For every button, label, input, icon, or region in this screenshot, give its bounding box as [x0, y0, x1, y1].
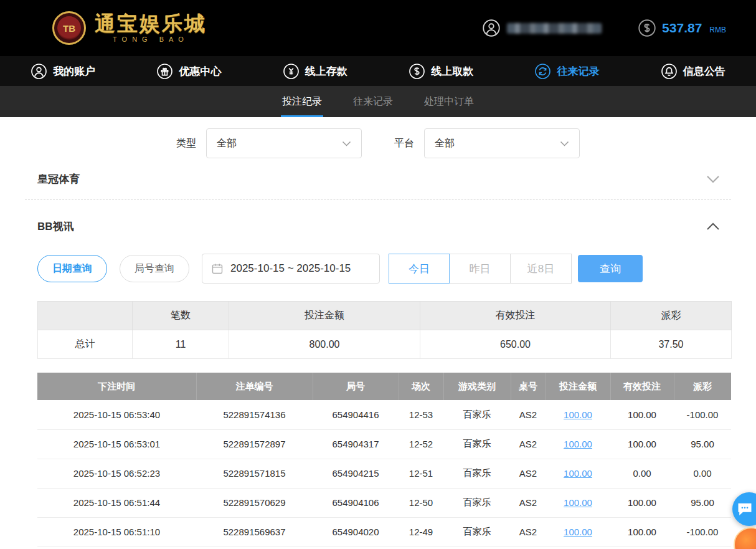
summary-header-valid-bet: 有效投注	[420, 302, 611, 330]
cell-valid-bet: 100.00	[610, 517, 674, 547]
cell-valid-bet: 100.00	[610, 488, 674, 517]
table-row: 2025-10-15 06:52:23 522891571815 6549042…	[37, 459, 731, 488]
type-select-value: 全部	[217, 137, 237, 150]
nav-item-announcements[interactable]: 信息公告	[630, 56, 756, 86]
col-table-no: 桌号	[511, 373, 546, 400]
logo-badge-text: TB	[63, 23, 75, 34]
summary-header-payout: 派彩	[611, 302, 732, 330]
cell-round-id: 654904416	[313, 400, 399, 429]
date-query-button[interactable]: 日期查询	[37, 255, 107, 282]
promo-float-button[interactable]	[734, 527, 756, 549]
cell-order-id: 522891570629	[196, 488, 313, 517]
col-order-id: 注单编号	[196, 373, 313, 400]
cell-table-no: AS2	[511, 488, 546, 517]
search-button[interactable]: 查询	[578, 255, 643, 282]
site-logo[interactable]: TB 通宝娱乐城 TONG BAO	[52, 11, 207, 45]
summary-total-label: 总计	[38, 330, 133, 359]
cell-order-id: 522891569637	[196, 517, 313, 547]
tab-label: 投注纪录	[282, 95, 322, 108]
balance-currency: RMB	[709, 26, 726, 34]
table-row: 2025-10-15 06:51:44 522891570629 6549041…	[37, 488, 731, 517]
user-icon	[482, 19, 501, 37]
cell-payout: -100.00	[674, 400, 731, 429]
main-nav: 我的账户 优惠中心 线上存款 线上取款	[0, 56, 756, 86]
logo-chip-icon: TB	[52, 11, 86, 45]
section-title: 皇冠体育	[37, 172, 80, 186]
tab-label: 往来记录	[353, 95, 393, 108]
quick-today-button[interactable]: 今日	[389, 254, 450, 284]
query-controls: 日期查询 局号查询 2025-10-15 ~ 2025-10-15 今日 昨日 …	[0, 254, 756, 284]
balance[interactable]: 537.87 RMB	[638, 19, 726, 37]
type-select[interactable]: 全部	[206, 128, 362, 158]
summary-header-bet-amount: 投注金额	[229, 302, 420, 330]
col-bet-time: 下注时间	[37, 373, 196, 400]
user-account[interactable]	[482, 19, 602, 37]
chat-float-button[interactable]	[732, 492, 756, 526]
round-query-button[interactable]: 局号查询	[120, 255, 189, 282]
summary-header-empty	[38, 302, 133, 330]
cell-payout: 0.00	[674, 459, 731, 488]
section-bb-video: BB视讯	[0, 200, 756, 252]
cell-table-no: AS2	[511, 459, 546, 488]
collapse-section-button[interactable]	[702, 219, 724, 234]
chevron-up-icon	[706, 222, 720, 231]
bet-amount-link[interactable]: 100.00	[564, 409, 592, 420]
cell-game-type: 百家乐	[443, 429, 511, 459]
logo-title: 通宝娱乐城	[95, 13, 207, 34]
date-range-input[interactable]: 2025-10-15 ~ 2025-10-15	[202, 254, 380, 284]
cell-order-id: 522891572897	[196, 429, 313, 459]
cell-game-type: 百家乐	[443, 517, 511, 547]
nav-label: 信息公告	[683, 64, 725, 79]
nav-label: 优惠中心	[179, 64, 221, 79]
bell-icon	[661, 63, 678, 80]
tab-transfer-records[interactable]: 往来记录	[352, 86, 394, 117]
nav-label: 线上存款	[305, 64, 347, 79]
bet-amount-link[interactable]: 100.00	[564, 468, 592, 479]
logo-subtitle: TONG BAO	[113, 36, 189, 43]
summary-valid-bet: 650.00	[420, 330, 611, 359]
quick-yesterday-button[interactable]: 昨日	[450, 254, 511, 284]
cell-valid-bet: 0.00	[610, 459, 674, 488]
tab-label: 处理中订单	[424, 95, 474, 108]
logo-text: 通宝娱乐城 TONG BAO	[95, 13, 207, 43]
balance-amount: 537.87	[662, 19, 702, 37]
expand-section-button[interactable]	[702, 171, 724, 187]
bet-amount-link[interactable]: 100.00	[564, 527, 592, 537]
nav-item-my-account[interactable]: 我的账户	[0, 56, 126, 86]
bet-amount-link[interactable]: 100.00	[564, 497, 592, 508]
cell-session: 12-49	[399, 517, 443, 547]
filter-row: 类型 全部 平台 全部	[0, 128, 756, 158]
table-row: 2025-10-15 06:53:01 522891572897 6549043…	[37, 429, 731, 459]
bet-records-table: 下注时间 注单编号 局号 场次 游戏类别 桌号 投注金额 有效投注 派彩 202…	[37, 373, 731, 547]
gift-icon	[156, 63, 173, 80]
tab-bet-records[interactable]: 投注纪录	[281, 86, 323, 117]
cell-table-no: AS2	[511, 400, 546, 429]
bet-amount-link[interactable]: 100.00	[564, 439, 592, 449]
chevron-down-icon	[706, 175, 720, 183]
nav-item-withdraw[interactable]: 线上取款	[378, 56, 504, 86]
cell-order-id: 522891574136	[196, 400, 313, 429]
quick-last8days-button[interactable]: 近8日	[511, 254, 572, 284]
cell-session: 12-51	[399, 459, 443, 488]
tab-processing-orders[interactable]: 处理中订单	[423, 86, 475, 117]
nav-item-deposit[interactable]: 线上存款	[252, 56, 378, 86]
nav-item-transfer-records[interactable]: 往来记录	[504, 56, 630, 86]
nav-label: 线上取款	[431, 64, 473, 79]
user-icon	[31, 63, 47, 80]
transfer-records-icon	[534, 63, 551, 80]
chevron-down-icon	[342, 141, 351, 146]
section-crown-sports: 皇冠体育	[0, 158, 756, 199]
cell-bet-time: 2025-10-15 06:53:01	[37, 429, 196, 459]
cell-valid-bet: 100.00	[610, 400, 674, 429]
summary-payout: 37.50	[611, 330, 732, 359]
coin-dollar-icon	[638, 19, 656, 37]
nav-item-promotions[interactable]: 优惠中心	[126, 56, 252, 86]
cell-round-id: 654904106	[313, 488, 399, 517]
username-blurred	[507, 23, 602, 34]
platform-select[interactable]: 全部	[424, 128, 580, 158]
summary-header-row: 笔数 投注金额 有效投注 派彩	[38, 302, 732, 330]
cell-session: 12-52	[399, 429, 443, 459]
summary-count: 11	[133, 330, 229, 359]
cell-round-id: 654904020	[313, 517, 399, 547]
table-header-row: 下注时间 注单编号 局号 场次 游戏类别 桌号 投注金额 有效投注 派彩	[37, 373, 731, 400]
